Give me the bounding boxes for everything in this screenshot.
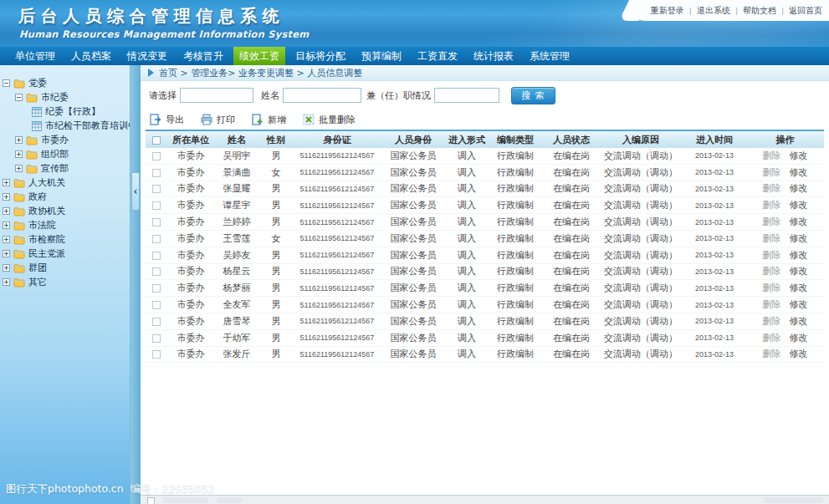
- nav-item-1[interactable]: 人员档案: [70, 47, 112, 65]
- collapse-icon[interactable]: [3, 79, 10, 87]
- row-checkbox[interactable]: [152, 152, 161, 160]
- modify-link[interactable]: 修改: [790, 266, 808, 277]
- delete-link[interactable]: 删除: [763, 283, 781, 293]
- sidebar-splitter[interactable]: ‹: [130, 65, 141, 504]
- delete-link[interactable]: 删除: [763, 266, 781, 277]
- select-all-checkbox[interactable]: [152, 136, 161, 145]
- cell-gender: 男: [259, 315, 293, 328]
- top-link-3[interactable]: 返回首页: [789, 5, 822, 17]
- expand-icon[interactable]: [3, 278, 10, 286]
- folder-icon: [13, 277, 25, 288]
- tree-item[interactable]: 政协机关: [0, 204, 130, 218]
- expand-icon[interactable]: [15, 136, 23, 144]
- top-link-2[interactable]: 帮助文档: [743, 5, 776, 17]
- delete-link[interactable]: 删除: [763, 183, 781, 194]
- expand-icon[interactable]: [3, 250, 10, 257]
- cell-id: 511621195612124567: [293, 201, 381, 210]
- row-checkbox[interactable]: [152, 252, 161, 260]
- row-checkbox[interactable]: [152, 267, 161, 276]
- tree-item[interactable]: 市纪检干部教育培训中心: [0, 119, 130, 133]
- export-button[interactable]: 导出: [150, 114, 184, 126]
- tree-item[interactable]: 群团: [0, 261, 130, 275]
- table-row: 市委办谭星宇男511621195612124567国家公务员调入行政编制在编在岗…: [146, 197, 824, 214]
- row-checkbox[interactable]: [152, 201, 161, 210]
- tree-item[interactable]: 党委: [0, 76, 130, 90]
- expand-icon[interactable]: [15, 150, 23, 158]
- sidebar-collapse-handle[interactable]: ‹: [131, 172, 140, 211]
- nav-item-5[interactable]: 目标将分配: [294, 47, 346, 65]
- nav-item-2[interactable]: 情况变更: [126, 47, 168, 65]
- pagination-ghost-text2: [217, 497, 242, 503]
- modify-link[interactable]: 修改: [790, 167, 808, 178]
- top-link-1[interactable]: 退出系统: [697, 5, 730, 17]
- modify-link[interactable]: 修改: [790, 299, 808, 310]
- nav-item-0[interactable]: 单位管理: [14, 47, 56, 65]
- tree-item[interactable]: 政府: [0, 190, 130, 204]
- modify-link[interactable]: 修改: [790, 183, 808, 194]
- delete-link[interactable]: 删除: [763, 200, 781, 211]
- modify-link[interactable]: 修改: [790, 200, 808, 211]
- modify-link[interactable]: 修改: [790, 233, 808, 244]
- select-input[interactable]: [180, 88, 253, 103]
- tree-item[interactable]: 市法院: [0, 218, 130, 232]
- collapse-icon[interactable]: [15, 94, 23, 101]
- tree-item[interactable]: 市委办: [0, 133, 130, 147]
- row-checkbox[interactable]: [152, 301, 161, 309]
- tree-item[interactable]: 纪委【行政】: [0, 104, 130, 119]
- delete-link[interactable]: 删除: [763, 333, 781, 344]
- expand-icon[interactable]: [3, 221, 10, 229]
- expand-icon[interactable]: [3, 193, 10, 201]
- table-row: 市委办张显耀男511621195612124567国家公务员调入行政编制在编在岗…: [146, 181, 824, 198]
- delete-link[interactable]: 删除: [763, 167, 781, 178]
- nav-item-6[interactable]: 预算编制: [361, 47, 402, 65]
- modify-link[interactable]: 修改: [790, 349, 808, 359]
- modify-link[interactable]: 修改: [790, 250, 808, 261]
- nav-item-9[interactable]: 系统管理: [529, 47, 571, 65]
- tree-item[interactable]: 市检察院: [0, 232, 130, 247]
- modify-link[interactable]: 修改: [790, 316, 808, 327]
- modify-link[interactable]: 修改: [790, 150, 808, 161]
- tree-item[interactable]: 民主党派: [0, 247, 130, 261]
- row-checkbox[interactable]: [152, 350, 161, 359]
- tree-item[interactable]: 宣传部: [0, 161, 130, 176]
- cell-entry_time: 2013-02-13: [681, 317, 748, 325]
- nav-item-7[interactable]: 工资直发: [417, 47, 458, 65]
- tree-item[interactable]: 人大机关: [0, 176, 130, 190]
- job-input[interactable]: [434, 88, 499, 103]
- delete-link[interactable]: 删除: [763, 299, 781, 310]
- expand-icon[interactable]: [3, 179, 10, 186]
- modify-link[interactable]: 修改: [790, 333, 808, 344]
- modify-link[interactable]: 修改: [790, 216, 808, 227]
- delete-link[interactable]: 删除: [763, 316, 781, 327]
- row-checkbox[interactable]: [152, 169, 161, 177]
- expand-icon[interactable]: [3, 264, 10, 272]
- tree-item[interactable]: 其它: [0, 275, 130, 289]
- top-link-0[interactable]: 重新登录: [651, 5, 684, 17]
- delete-link[interactable]: 删除: [763, 233, 781, 244]
- delete-link[interactable]: 删除: [763, 216, 781, 227]
- nav-item-3[interactable]: 考核晋升: [182, 47, 224, 65]
- row-checkbox[interactable]: [152, 235, 161, 243]
- print-button[interactable]: 打印: [201, 114, 235, 126]
- tree-item[interactable]: 组织部: [0, 147, 130, 161]
- add-button[interactable]: 新增: [252, 114, 286, 126]
- expand-icon[interactable]: [3, 207, 10, 215]
- tree-item[interactable]: 市纪委: [0, 90, 130, 104]
- search-button[interactable]: 搜 索: [511, 87, 555, 104]
- batch-delete-button[interactable]: 批量删除: [303, 114, 356, 126]
- delete-link[interactable]: 删除: [763, 250, 781, 261]
- row-checkbox[interactable]: [152, 218, 161, 227]
- name-input[interactable]: [283, 88, 361, 103]
- expand-icon[interactable]: [3, 236, 10, 243]
- row-checkbox[interactable]: [152, 284, 161, 293]
- modify-link[interactable]: 修改: [790, 283, 808, 293]
- pagination-checkbox[interactable]: [147, 497, 155, 504]
- row-checkbox[interactable]: [152, 334, 161, 343]
- nav-item-8[interactable]: 统计报表: [473, 47, 514, 65]
- nav-item-4[interactable]: 绩效工资: [233, 47, 285, 65]
- row-checkbox[interactable]: [152, 185, 161, 193]
- expand-icon[interactable]: [15, 165, 23, 172]
- delete-link[interactable]: 删除: [763, 349, 781, 359]
- delete-link[interactable]: 删除: [763, 150, 781, 161]
- row-checkbox[interactable]: [152, 318, 161, 326]
